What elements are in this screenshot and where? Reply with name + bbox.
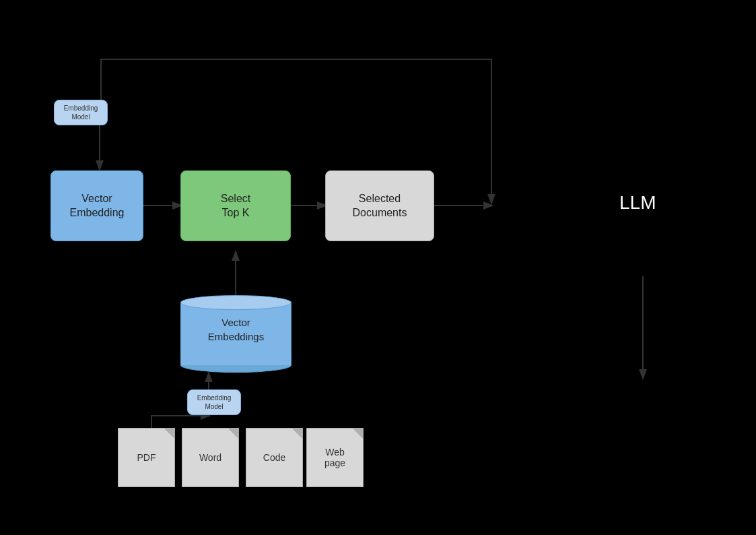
select-top-k-box: Select Top K <box>180 170 291 241</box>
pdf-label: PDF <box>137 452 156 463</box>
webpage-label: Web page <box>324 447 345 468</box>
embedding-model-top-box: Embedding Model <box>54 100 108 125</box>
embedding-model-top-label: Embedding Model <box>64 104 98 121</box>
pdf-doc: PDF <box>118 428 175 487</box>
word-doc: Word <box>182 428 239 487</box>
webpage-doc: Web page <box>306 428 364 487</box>
select-top-k-label: Select Top K <box>221 192 250 220</box>
selected-documents-label: Selected Documents <box>353 192 407 220</box>
vector-embedding-box: Vector Embedding <box>50 170 143 241</box>
code-doc: Code <box>246 428 303 487</box>
word-label: Word <box>199 452 221 463</box>
diagram: Embedding Model Vector Embedding Select … <box>0 0 756 535</box>
vector-embeddings-label: Vector Embeddings <box>208 317 264 342</box>
vector-embedding-label: Vector Embedding <box>70 192 125 220</box>
vector-embeddings-cylinder: Vector Embeddings <box>180 295 291 373</box>
arrows-overlay <box>0 0 756 535</box>
llm-label: LLM <box>619 192 656 214</box>
embedding-model-bottom-box: Embedding Model <box>187 389 241 415</box>
code-label: Code <box>263 452 285 463</box>
selected-documents-box: Selected Documents <box>325 170 434 241</box>
embedding-model-bottom-label: Embedding Model <box>197 394 232 411</box>
